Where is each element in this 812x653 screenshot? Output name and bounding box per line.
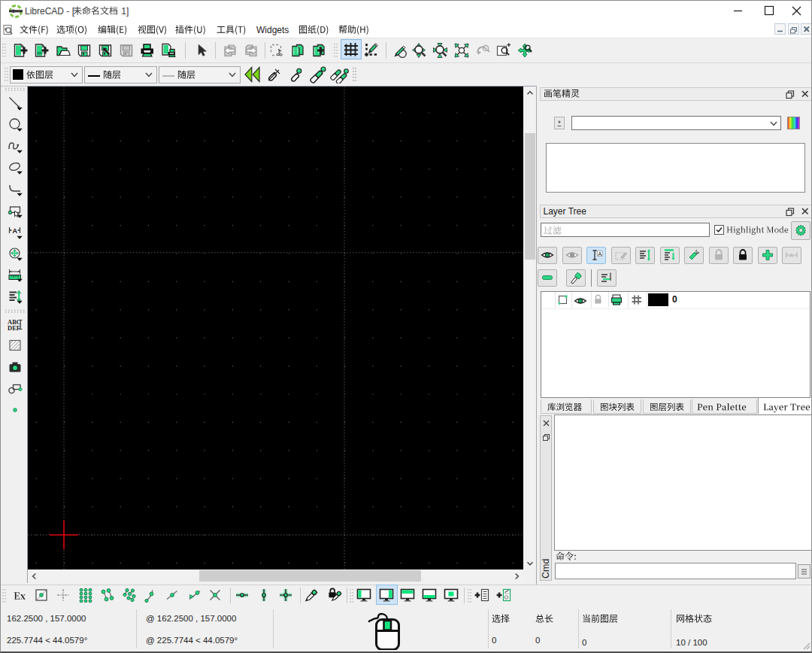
svg-text:A: A [695, 251, 698, 255]
svg-text:A: A [13, 227, 18, 235]
svg-text:A: A [598, 251, 602, 257]
svg-text:a: a [5, 26, 7, 31]
svg-text:A: A [789, 252, 794, 259]
svg-text:DEF: DEF [8, 324, 20, 332]
